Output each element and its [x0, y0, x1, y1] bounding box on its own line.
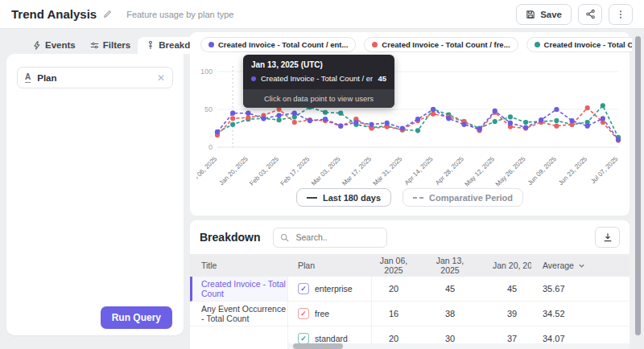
sort-chevron-down-icon — [578, 262, 585, 269]
svg-text:Feb 03, 2025: Feb 03, 2025 — [248, 155, 280, 187]
svg-text:Mar 31, 2025: Mar 31, 2025 — [372, 155, 404, 187]
table-header-row: Title Plan Jan 06, 2025 Jan 13, 2025 Jan… — [190, 254, 630, 277]
value-cell: 39 — [485, 309, 531, 318]
lightning-icon — [33, 41, 41, 50]
tooltip-series-label: Created Invoice - Total Count / enterpri… — [261, 74, 373, 83]
save-icon — [526, 10, 535, 19]
svg-text:100: 100 — [200, 68, 213, 76]
comparative-period-button[interactable]: Comparative Period — [402, 188, 523, 207]
svg-text:0: 0 — [208, 143, 213, 151]
svg-text:Feb 17, 2025: Feb 17, 2025 — [279, 155, 312, 187]
clear-property-icon[interactable]: ✕ — [157, 73, 165, 83]
svg-text:Jul 07, 2025: Jul 07, 2025 — [589, 155, 620, 186]
legend-pill-1[interactable]: Created Invoice - Total Count / fre... — [364, 37, 518, 52]
download-button[interactable] — [595, 227, 620, 248]
legend-dot — [208, 42, 214, 47]
svg-text:Jun 09, 2025: Jun 09, 2025 — [526, 155, 558, 187]
value-cell: 37 — [485, 334, 531, 343]
svg-text:May 26, 2025: May 26, 2025 — [494, 155, 527, 188]
breakdown-property-field[interactable]: A Plan ✕ — [17, 67, 173, 88]
column-date-1: Jan 06, 2025 — [372, 256, 428, 275]
plan-checkbox-free[interactable]: ✓ — [298, 308, 309, 319]
legend-label: Created Invoice - Total Count / ent... — [218, 40, 348, 49]
plan-label: standard — [315, 334, 348, 343]
legend-dot — [535, 42, 540, 47]
svg-text:Jan 20, 2025: Jan 20, 2025 — [218, 155, 250, 187]
value-cell: 34.52 — [531, 309, 630, 318]
vertical-scroll-thumb[interactable] — [635, 36, 641, 335]
table-horizontal-scrollbar[interactable] — [288, 343, 630, 349]
value-cell: 38 — [428, 309, 485, 318]
legend-label: Created Invoice - Total Count / fre... — [382, 40, 510, 49]
svg-text:Jun 23, 2025: Jun 23, 2025 — [557, 155, 588, 187]
svg-text:Mar 03, 2025: Mar 03, 2025 — [310, 155, 342, 187]
share-button[interactable] — [578, 4, 602, 25]
value-cell: 20 — [372, 284, 428, 294]
chart-tooltip: Jan 13, 2025 (UTC) Created Invoice - Tot… — [243, 55, 394, 108]
trend-chart-card: Created Invoice - Total Count / ent...Cr… — [190, 32, 630, 216]
save-button[interactable]: Save — [516, 4, 572, 25]
value-cell: 30 — [428, 334, 485, 343]
breakdown-property-value: Plan — [37, 73, 151, 83]
page-scrollbar[interactable] — [632, 29, 644, 349]
legend-pill-2[interactable]: Created Invoice - Total Count / sta... — [526, 37, 644, 52]
breakdown-search-input[interactable] — [294, 232, 380, 243]
chart-legend: Created Invoice - Total Count / ent...Cr… — [200, 37, 644, 52]
kebab-menu-button[interactable] — [609, 4, 633, 25]
query-sidebar: Events Filters Breakdown A Plan ✕ Run Qu… — [6, 39, 184, 335]
data-columns: ✓enterprise20454535.67✓free16383934.52✓s… — [288, 277, 630, 349]
edit-pencil-icon[interactable] — [103, 10, 112, 18]
legend-label: Created Invoice - Total Count / sta... — [544, 40, 644, 49]
dashed-line-icon — [413, 197, 423, 199]
title-row-1[interactable]: Any Event Occurrence - Total Count — [190, 302, 287, 326]
solid-line-icon — [307, 197, 317, 199]
tab-filters[interactable]: Filters — [83, 37, 138, 54]
legend-pill-0[interactable]: Created Invoice - Total Count / ent... — [200, 37, 356, 52]
breakdown-icon — [147, 40, 155, 50]
column-plan: Plan — [288, 261, 372, 270]
sidebar-tabs: Events Filters Breakdown — [6, 39, 184, 54]
column-average[interactable]: Average — [531, 261, 630, 270]
value-cell: 34.07 — [531, 334, 630, 343]
title-column: Created Invoice - Total CountAny Event O… — [190, 277, 288, 349]
tooltip-series-dot — [251, 76, 256, 81]
plan-cell: ✓enterprise — [288, 277, 372, 301]
column-date-3: Jan 20, 2025 — [485, 261, 531, 270]
table-row-free: ✓free16383934.52 — [288, 302, 630, 326]
plan-checkbox-standard[interactable]: ✓ — [298, 333, 309, 344]
svg-text:May 12, 2025: May 12, 2025 — [464, 155, 497, 188]
tooltip-date: Jan 13, 2025 (UTC) — [243, 55, 394, 72]
breakdown-panel: A Plan ✕ Run Query — [6, 54, 184, 335]
breakdown-title: Breakdown — [200, 231, 260, 244]
run-query-button[interactable]: Run Query — [101, 306, 172, 329]
search-icon — [280, 233, 289, 242]
tooltip-hint: Click on data point to view users — [243, 89, 394, 108]
breakdown-search[interactable] — [273, 228, 387, 248]
plan-checkbox-enterprise[interactable]: ✓ — [298, 283, 309, 294]
tooltip-value: 45 — [378, 74, 386, 83]
column-title: Title — [190, 261, 288, 270]
table-row-enterprise: ✓enterprise20454535.67 — [288, 277, 630, 302]
top-header: Trend Analysis Feature usage by plan typ… — [0, 0, 644, 29]
title-row-0[interactable]: Created Invoice - Total Count — [190, 277, 287, 302]
date-range-button[interactable]: Last 180 days — [296, 188, 391, 207]
breakdown-table-card: Breakdown Title Plan Jan 06, 2025 Jan 13… — [190, 220, 630, 349]
page-title: Trend Analysis — [11, 7, 97, 21]
tab-events[interactable]: Events — [26, 37, 83, 54]
svg-text:Apr 28, 2025: Apr 28, 2025 — [434, 155, 465, 187]
plan-cell: ✓free — [288, 302, 372, 326]
horizontal-scroll-thumb[interactable] — [293, 343, 343, 349]
svg-text:50: 50 — [204, 105, 213, 113]
value-cell: 45 — [428, 284, 485, 294]
svg-text:Apr 14, 2025: Apr 14, 2025 — [403, 155, 435, 187]
sliders-icon — [90, 41, 99, 50]
value-cell: 35.67 — [531, 284, 630, 294]
page-subtitle: Feature usage by plan type — [126, 10, 233, 19]
legend-dot — [372, 42, 378, 47]
value-cell: 45 — [485, 284, 531, 294]
text-property-icon: A — [25, 73, 31, 83]
svg-text:Mar 17, 2025: Mar 17, 2025 — [341, 155, 373, 187]
svg-text:Jan 06, 2025: Jan 06, 2025 — [196, 155, 219, 187]
column-date-2: Jan 13, 2025 — [428, 256, 485, 275]
plan-label: enterprise — [315, 284, 353, 294]
